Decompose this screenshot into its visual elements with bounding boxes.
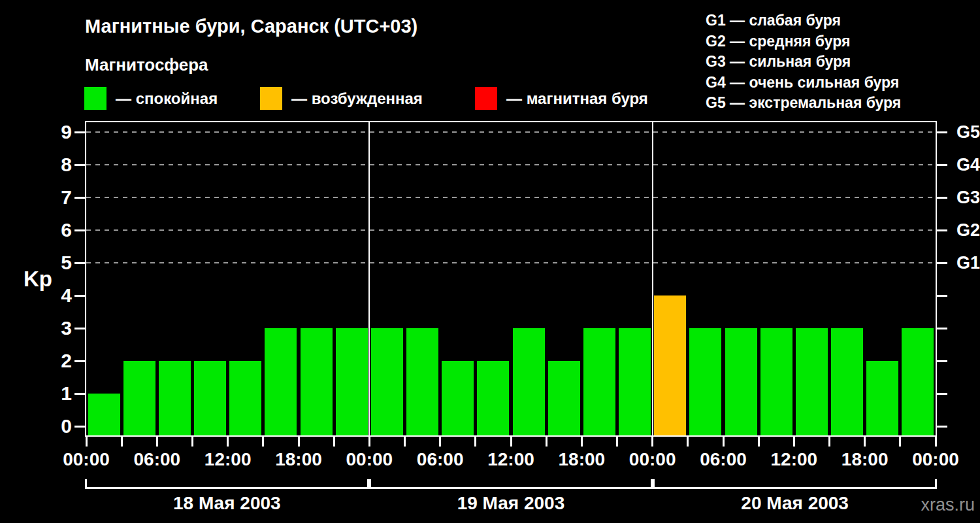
kp-bar bbox=[654, 295, 686, 435]
x-tick-label: 18:00 bbox=[542, 450, 621, 469]
g-scale-legend-line: G2 — средняя буря bbox=[706, 31, 901, 52]
gridline bbox=[86, 197, 936, 198]
date-bracket bbox=[369, 479, 653, 489]
kp-bar bbox=[229, 361, 261, 435]
magnetic-storms-chart: Магнитные бури, Саранск (UTC+03) Магнито… bbox=[0, 0, 980, 523]
date-bracket bbox=[653, 479, 937, 489]
excited-color-swatch bbox=[260, 87, 282, 110]
magnetosphere-label: Магнитосфера bbox=[85, 55, 208, 75]
y-tick-label: 2 bbox=[18, 351, 72, 371]
x-axis-tick bbox=[439, 437, 441, 447]
y-axis-tick bbox=[74, 328, 85, 329]
x-tick-label: 00:00 bbox=[330, 450, 408, 469]
g-level-label: G3 bbox=[956, 188, 980, 207]
right-axis-tick bbox=[937, 393, 947, 395]
x-tick-label: 12:00 bbox=[472, 450, 550, 469]
storm-color-swatch bbox=[475, 87, 497, 110]
kp-bar bbox=[583, 328, 615, 435]
x-axis-tick bbox=[793, 437, 795, 447]
x-tick-label: 00:00 bbox=[896, 450, 975, 469]
right-axis-tick bbox=[937, 197, 947, 199]
kp-bar bbox=[513, 328, 545, 435]
x-tick-label: 06:00 bbox=[684, 450, 762, 469]
x-axis-tick bbox=[510, 437, 512, 447]
legend-item-label: — спокойная bbox=[116, 90, 218, 108]
x-axis-tick bbox=[474, 437, 476, 447]
kp-bar bbox=[760, 328, 792, 435]
kp-bar bbox=[689, 328, 721, 435]
y-axis-tick bbox=[74, 426, 85, 428]
x-axis-tick bbox=[758, 437, 760, 447]
gridline bbox=[86, 229, 936, 231]
plot-area bbox=[85, 121, 937, 437]
right-axis-tick bbox=[937, 229, 947, 231]
x-axis-tick bbox=[333, 437, 335, 447]
kp-bar bbox=[796, 328, 828, 435]
x-axis-tick bbox=[687, 437, 689, 447]
kp-bar bbox=[88, 394, 120, 435]
x-tick-label: 18:00 bbox=[826, 450, 904, 469]
y-axis-tick bbox=[74, 229, 85, 231]
y-tick-label: 1 bbox=[18, 384, 72, 403]
y-tick-label: 9 bbox=[18, 122, 72, 142]
y-tick-label: 6 bbox=[18, 220, 72, 240]
kp-bar bbox=[725, 328, 757, 435]
x-axis-tick bbox=[581, 437, 583, 447]
x-axis-tick bbox=[86, 437, 88, 447]
day-divider bbox=[368, 122, 370, 435]
kp-bar bbox=[194, 361, 226, 435]
right-axis-tick bbox=[937, 295, 947, 297]
g-scale-legend-line: G1 — слабая буря bbox=[706, 10, 901, 31]
x-tick-label: 18:00 bbox=[259, 450, 338, 469]
g-scale-legend-line: G4 — очень сильная буря bbox=[706, 73, 901, 93]
y-tick-label: 7 bbox=[18, 188, 72, 207]
right-axis-tick bbox=[937, 262, 947, 264]
gridline bbox=[86, 164, 936, 165]
y-axis-tick bbox=[74, 197, 85, 199]
x-axis-tick bbox=[723, 437, 725, 447]
right-axis-tick bbox=[937, 360, 947, 362]
g-level-label: G4 bbox=[956, 155, 980, 175]
g-scale-legend: G1 — слабая буряG2 — средняя буряG3 — си… bbox=[706, 10, 901, 114]
legend-item-label: — возбужденная bbox=[291, 90, 423, 108]
y-tick-label: 3 bbox=[18, 318, 72, 338]
kp-bar bbox=[265, 328, 297, 435]
g-level-label: G2 bbox=[956, 220, 980, 240]
x-axis-tick bbox=[404, 437, 406, 447]
gridline bbox=[86, 262, 936, 263]
day-divider bbox=[652, 122, 653, 435]
gridline bbox=[86, 131, 936, 133]
kp-bar bbox=[442, 361, 474, 435]
legend-item-storm: — магнитная буря bbox=[475, 87, 648, 110]
x-axis-tick bbox=[191, 437, 193, 447]
kp-bar bbox=[371, 328, 403, 435]
x-axis-tick bbox=[121, 437, 123, 447]
date-bracket bbox=[85, 479, 369, 489]
x-axis-tick bbox=[828, 437, 830, 447]
right-axis-tick bbox=[937, 164, 947, 166]
x-tick-label: 00:00 bbox=[613, 450, 692, 469]
legend-item-excited: — возбужденная bbox=[260, 87, 423, 110]
kp-bar bbox=[301, 328, 333, 435]
x-axis-tick bbox=[546, 437, 547, 447]
kp-bar bbox=[902, 328, 934, 435]
x-axis-tick bbox=[368, 437, 370, 447]
x-tick-label: 00:00 bbox=[47, 450, 125, 469]
kp-bar bbox=[477, 361, 509, 435]
legend-item-label: — магнитная буря bbox=[506, 90, 648, 108]
x-tick-label: 06:00 bbox=[401, 450, 480, 469]
x-axis-tick bbox=[935, 437, 937, 447]
kp-bar bbox=[548, 361, 580, 435]
x-tick-label: 12:00 bbox=[755, 450, 833, 469]
x-axis-tick bbox=[262, 437, 264, 447]
y-axis-tick bbox=[74, 393, 85, 395]
x-axis-tick bbox=[156, 437, 158, 447]
page-title: Магнитные бури, Саранск (UTC+03) bbox=[85, 16, 417, 37]
x-axis-tick bbox=[864, 437, 866, 447]
x-tick-label: 12:00 bbox=[189, 450, 267, 469]
date-label: 19 Мая 2003 bbox=[369, 492, 653, 515]
quiet-color-swatch bbox=[84, 87, 106, 110]
g-level-label: G1 bbox=[956, 253, 980, 273]
right-axis-tick bbox=[937, 328, 947, 329]
y-tick-label: 8 bbox=[18, 155, 72, 175]
